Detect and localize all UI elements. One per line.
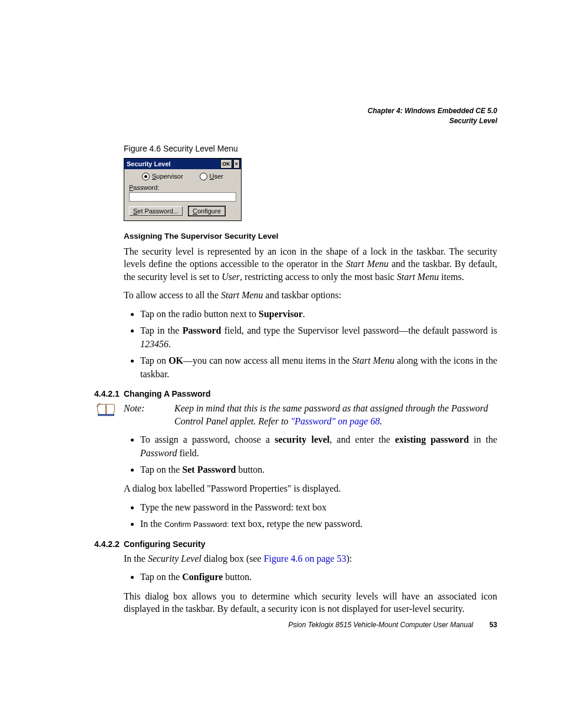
- note-label: Note:: [124, 402, 174, 427]
- section-number: 4.4.2.2: [71, 539, 124, 549]
- list-item: Type the new password in the Password: t…: [140, 501, 497, 514]
- configure-button[interactable]: Configure: [189, 206, 225, 216]
- list-item: In the Confirm Password: text box, retyp…: [140, 518, 497, 531]
- dialog-titlebar: Security Level OK ×: [124, 159, 241, 169]
- list-item: Tap in the Password field, and type the …: [140, 324, 497, 351]
- close-button[interactable]: ×: [233, 159, 240, 169]
- radio-icon: [200, 173, 207, 180]
- radio-icon: [142, 173, 150, 180]
- security-level-dialog: Security Level OK × Supervisor User Pass…: [124, 158, 242, 221]
- header-chapter: Chapter 4: Windows Embedded CE 5.0: [71, 106, 497, 116]
- ok-button[interactable]: OK: [220, 159, 232, 169]
- list-item: Tap on the Configure button.: [140, 571, 497, 584]
- paragraph: In the Security Level dialog box (see Fi…: [124, 552, 497, 565]
- paragraph: To allow access to all the Start Menu an…: [124, 289, 497, 302]
- list-item: Tap on the Set Password button.: [140, 463, 497, 476]
- page-number: 53: [490, 621, 497, 629]
- list-item: Tap on the radio button next to Supervis…: [140, 308, 497, 321]
- bullet-list: Type the new password in the Password: t…: [124, 501, 497, 531]
- section-title: Changing A Password: [124, 389, 211, 398]
- supervisor-radio[interactable]: Supervisor: [142, 173, 183, 180]
- set-password-button[interactable]: Set Password...: [129, 206, 183, 216]
- figure-link[interactable]: Figure 4.6 on page 53: [264, 554, 346, 564]
- list-item: Tap on OK—you can now access all menu it…: [140, 354, 497, 381]
- bullet-list: Tap on the radio button next to Supervis…: [124, 308, 497, 381]
- page-header: Chapter 4: Windows Embedded CE 5.0 Secur…: [71, 106, 497, 126]
- password-input[interactable]: [129, 192, 236, 202]
- header-section: Security Level: [71, 116, 497, 126]
- password-label: Password:: [129, 184, 236, 191]
- password-link[interactable]: "Password" on page 68: [291, 416, 380, 426]
- user-radio[interactable]: User: [200, 173, 223, 180]
- paragraph: This dialog box allows you to determine …: [124, 590, 497, 615]
- dialog-title: Security Level: [127, 160, 219, 167]
- list-item: To assign a password, choose a security …: [140, 433, 497, 460]
- footer-text: Psion Teklogix 8515 Vehicle-Mount Comput…: [288, 621, 473, 629]
- note-text: Keep in mind that this is the same passw…: [174, 402, 497, 427]
- heading-assigning: Assigning The Supervisor Security Level: [124, 232, 497, 241]
- paragraph: A dialog box labelled "Password Properti…: [124, 482, 497, 495]
- note-icon: [94, 402, 118, 427]
- section-title: Configuring Security: [124, 539, 205, 549]
- bullet-list: To assign a password, choose a security …: [124, 433, 497, 476]
- bullet-list: Tap on the Configure button.: [124, 571, 497, 584]
- figure-caption: Figure 4.6 Security Level Menu: [124, 144, 497, 153]
- section-number: 4.4.2.1: [71, 389, 124, 398]
- paragraph: The security level is represented by an …: [124, 245, 497, 284]
- page-footer: Psion Teklogix 8515 Vehicle-Mount Comput…: [288, 621, 497, 629]
